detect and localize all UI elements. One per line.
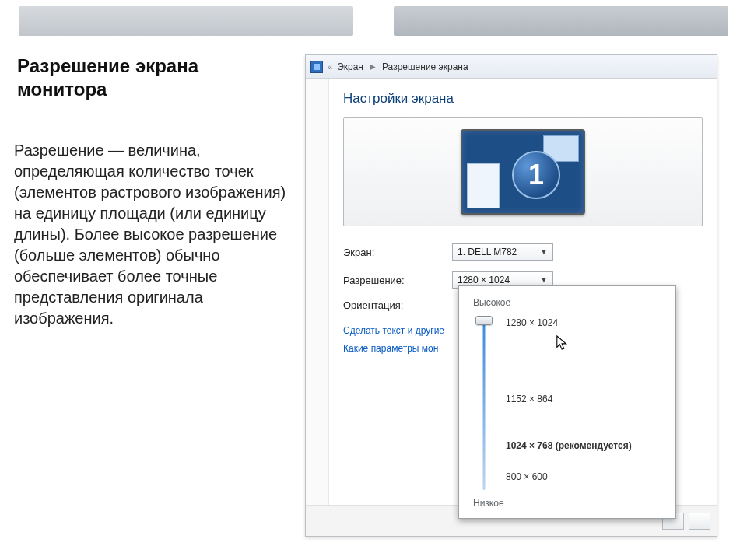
- breadcrumb-bar[interactable]: « Экран ▶ Разрешение экрана: [306, 55, 717, 79]
- slider-track: [483, 320, 486, 490]
- display-number-badge: 1: [512, 151, 560, 199]
- nav-strip: [306, 79, 329, 505]
- breadcrumb-current: Разрешение экрана: [382, 61, 468, 72]
- slide-body-text: Разрешение — величина, определяющая коли…: [14, 140, 286, 329]
- resolution-option-3[interactable]: 800 × 600: [506, 471, 548, 482]
- dialog-button[interactable]: [689, 513, 710, 530]
- breadcrumb-root[interactable]: Экран: [337, 61, 363, 72]
- popup-low-label: Низкое: [473, 498, 665, 509]
- screen-select[interactable]: 1. DELL M782 ▼: [452, 243, 553, 261]
- chevron-right-icon: ▶: [368, 62, 377, 71]
- screen-label: Экран:: [343, 247, 452, 258]
- slide-title: Разрешение экрана монитора: [17, 54, 274, 101]
- resolution-option-1[interactable]: 1152 × 864: [506, 394, 552, 404]
- chevron-down-icon: ▼: [538, 275, 549, 285]
- display-preview-area[interactable]: 1: [343, 117, 703, 226]
- preview-window-tall: [467, 163, 500, 208]
- settings-window: « Экран ▶ Разрешение экрана Настройки эк…: [305, 54, 717, 537]
- resolution-select-value: 1280 × 1024: [458, 275, 510, 285]
- control-panel-icon: [310, 61, 323, 73]
- popup-high-label: Высокое: [473, 297, 665, 308]
- resolution-label: Разрешение:: [343, 275, 452, 286]
- screen-select-value: 1. DELL M782: [458, 247, 517, 257]
- breadcrumb-back-icon[interactable]: «: [328, 62, 332, 72]
- resolution-slider[interactable]: [473, 316, 495, 495]
- accent-bar: [19, 6, 353, 36]
- section-title: Настройки экрана: [343, 91, 703, 107]
- resolution-popup[interactable]: Высокое 1280 × 1024 1152 × 864 1024 × 76…: [458, 285, 676, 519]
- chevron-down-icon: ▼: [538, 247, 549, 257]
- resolution-option-2[interactable]: 1024 × 768 (рекомендуется): [506, 440, 632, 451]
- display-preview-monitor[interactable]: 1: [461, 129, 585, 215]
- resolution-option-0[interactable]: 1280 × 1024: [506, 317, 558, 328]
- orientation-label: Ориентация:: [343, 299, 452, 311]
- accent-bar: [394, 6, 728, 36]
- mouse-cursor-icon: [556, 334, 570, 352]
- slider-thumb[interactable]: [475, 316, 493, 325]
- slide-top-accent: [0, 0, 747, 36]
